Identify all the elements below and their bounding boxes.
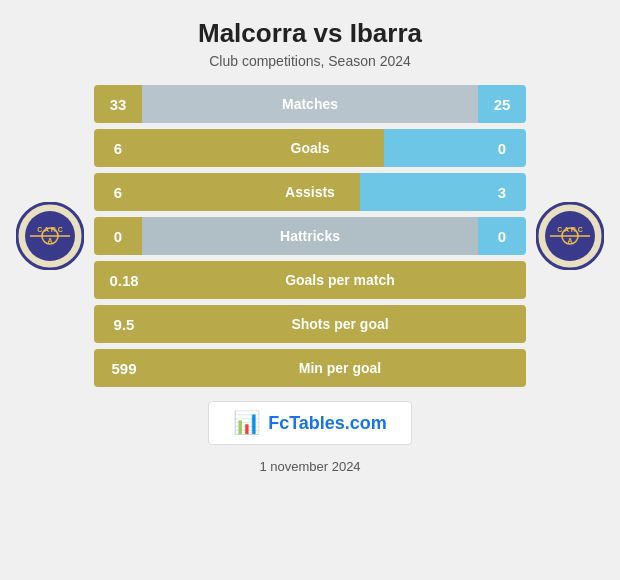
goals-per-match-row: 0.18 Goals per match: [94, 261, 526, 299]
matches-bar: Matches: [142, 85, 478, 123]
shots-per-goal-label: Shots per goal: [291, 316, 388, 332]
right-club-logo: C A R C A: [530, 202, 610, 270]
main-title: Malcorra vs Ibarra: [198, 18, 422, 49]
header: Malcorra vs Ibarra Club competitions, Se…: [188, 0, 432, 75]
assists-row: 6 Assists 3: [94, 173, 526, 211]
matches-left-value: 33: [94, 85, 142, 123]
fctables-text: FcTables.com: [268, 413, 387, 434]
stats-section: 33 Matches 25 6 Goals 0 6 Assists: [90, 85, 530, 387]
goals-bar: Goals: [142, 129, 478, 167]
footer-date: 1 november 2024: [259, 459, 360, 474]
svg-text:C A R C: C A R C: [37, 226, 63, 233]
goals-label: Goals: [291, 140, 330, 156]
min-per-goal-row: 599 Min per goal: [94, 349, 526, 387]
shots-per-goal-row: 9.5 Shots per goal: [94, 305, 526, 343]
matches-label: Matches: [282, 96, 338, 112]
shots-per-goal-bar: Shots per goal: [154, 305, 526, 343]
goals-left-value: 6: [94, 129, 142, 167]
svg-text:A: A: [567, 237, 572, 244]
chart-icon: 📊: [233, 410, 260, 436]
min-per-goal-bar: Min per goal: [154, 349, 526, 387]
svg-text:A: A: [47, 237, 52, 244]
content-area: C A R C A 33 Matches 25 6 Goals: [0, 75, 620, 387]
matches-right-value: 25: [478, 85, 526, 123]
left-club-logo: C A R C A: [10, 202, 90, 270]
goals-row: 6 Goals 0: [94, 129, 526, 167]
svg-text:C A R C: C A R C: [557, 226, 583, 233]
assists-bar: Assists: [142, 173, 478, 211]
hattricks-right-value: 0: [478, 217, 526, 255]
hattricks-left-value: 0: [94, 217, 142, 255]
subtitle: Club competitions, Season 2024: [198, 53, 422, 69]
hattricks-label: Hattricks: [280, 228, 340, 244]
goals-per-match-label: Goals per match: [285, 272, 395, 288]
matches-row: 33 Matches 25: [94, 85, 526, 123]
assists-right-value: 3: [478, 173, 526, 211]
assists-label: Assists: [285, 184, 335, 200]
page-wrapper: Malcorra vs Ibarra Club competitions, Se…: [0, 0, 620, 580]
shots-per-goal-left-value: 9.5: [94, 305, 154, 343]
min-per-goal-left-value: 599: [94, 349, 154, 387]
assists-left-value: 6: [94, 173, 142, 211]
hattricks-row: 0 Hattricks 0: [94, 217, 526, 255]
goals-right-value: 0: [478, 129, 526, 167]
min-per-goal-label: Min per goal: [299, 360, 381, 376]
hattricks-bar: Hattricks: [142, 217, 478, 255]
goals-per-match-left-value: 0.18: [94, 261, 154, 299]
goals-per-match-bar: Goals per match: [154, 261, 526, 299]
fctables-logo: 📊 FcTables.com: [208, 401, 412, 445]
